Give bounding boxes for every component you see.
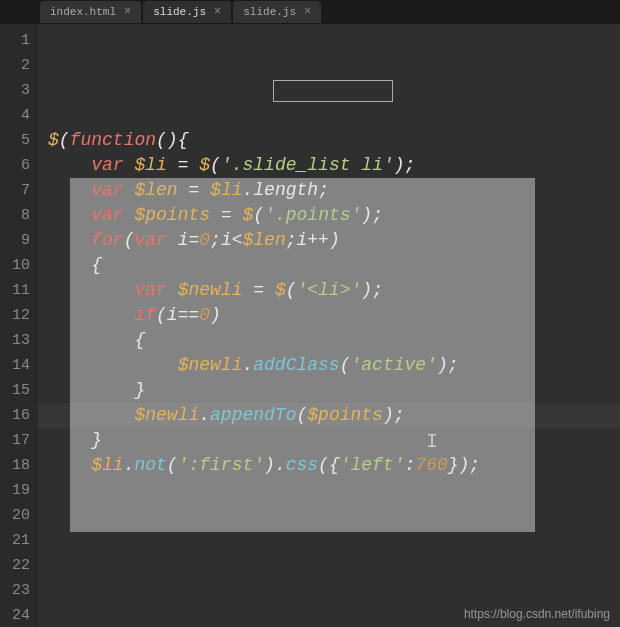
code-line-14[interactable]: } xyxy=(48,378,620,403)
code-line-12[interactable]: { xyxy=(48,328,620,353)
code-area[interactable]: $(function(){ var $li = $('.slide_list l… xyxy=(38,24,620,627)
code-line-1[interactable]: $(function(){ xyxy=(48,128,620,153)
line-number[interactable]: 4 xyxy=(0,103,38,128)
close-icon[interactable]: × xyxy=(214,5,221,19)
line-number[interactable]: 7 xyxy=(0,178,38,203)
line-number[interactable]: 23 xyxy=(0,578,38,603)
line-number[interactable]: 12 xyxy=(0,303,38,328)
watermark: https://blog.csdn.net/ifubing xyxy=(464,607,610,621)
editor: 123456789101112131415161718192021222324 … xyxy=(0,24,620,627)
line-number[interactable]: 5 xyxy=(0,128,38,153)
tab-1[interactable]: slide.js× xyxy=(143,1,231,23)
line-number[interactable]: 15 xyxy=(0,378,38,403)
line-number[interactable]: 21 xyxy=(0,528,38,553)
line-number[interactable]: 19 xyxy=(0,478,38,503)
line-number[interactable]: 14 xyxy=(0,353,38,378)
line-number[interactable]: 10 xyxy=(0,253,38,278)
tab-label: slide.js xyxy=(153,6,206,18)
line-number[interactable]: 11 xyxy=(0,278,38,303)
line-number[interactable]: 1 xyxy=(0,28,38,53)
close-icon[interactable]: × xyxy=(124,5,131,19)
code-line-7[interactable]: for(var i=0;i<$len;i++) xyxy=(48,228,620,253)
code-line-8[interactable]: { xyxy=(48,253,620,278)
line-gutter: 123456789101112131415161718192021222324 xyxy=(0,24,38,627)
line-number[interactable]: 8 xyxy=(0,203,38,228)
line-number[interactable]: 16 xyxy=(0,403,38,428)
code-line-23[interactable]: $li.not(':first').css({'left':760}); xyxy=(48,453,620,478)
line-number[interactable]: 17 xyxy=(0,428,38,453)
code-line-9[interactable]: var $newli = $('<li>'); xyxy=(48,278,620,303)
tab-0[interactable]: index.html× xyxy=(40,1,141,23)
code-line-3[interactable]: var $li = $('.slide_list li'); xyxy=(48,153,620,178)
line-number[interactable]: 6 xyxy=(0,153,38,178)
line-number[interactable]: 13 xyxy=(0,328,38,353)
line-number[interactable]: 24 xyxy=(0,603,38,627)
tab-label: index.html xyxy=(50,6,116,18)
code-line-4[interactable]: var $len = $li.length; xyxy=(48,178,620,203)
code-line-11[interactable]: if(i==0) xyxy=(48,303,620,328)
line-number[interactable]: 18 xyxy=(0,453,38,478)
close-icon[interactable]: × xyxy=(304,5,311,19)
code-line-5[interactable]: var $points = $('.points'); xyxy=(48,203,620,228)
code-line-16[interactable]: $newli.appendTo($points); xyxy=(48,403,620,428)
tab-bar: index.html×slide.js×slide.js× xyxy=(0,0,620,24)
line-number[interactable]: 9 xyxy=(0,228,38,253)
code-line-20[interactable]: } xyxy=(48,428,620,453)
tab-2[interactable]: slide.js× xyxy=(233,1,321,23)
tab-label: slide.js xyxy=(243,6,296,18)
line-number[interactable]: 3 xyxy=(0,78,38,103)
line-number[interactable]: 22 xyxy=(0,553,38,578)
line-number[interactable]: 2 xyxy=(0,53,38,78)
line-number[interactable]: 20 xyxy=(0,503,38,528)
code-line-13[interactable]: $newli.addClass('active'); xyxy=(48,353,620,378)
